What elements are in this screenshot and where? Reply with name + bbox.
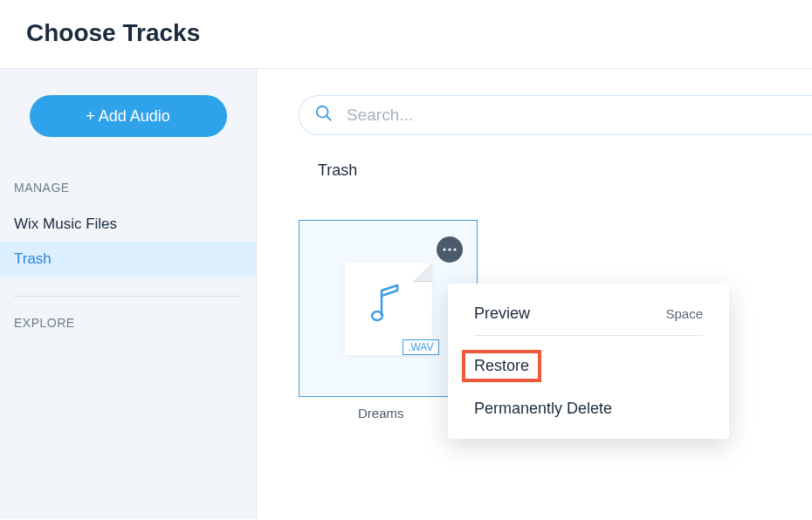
dots-horizontal-icon: [443, 248, 457, 251]
svg-point-0: [317, 106, 328, 118]
sidebar: + Add Audio MANAGE Wix Music Files Trash…: [0, 69, 257, 519]
add-audio-button[interactable]: + Add Audio: [30, 95, 227, 137]
search-input[interactable]: [299, 95, 812, 135]
menu-item-permanently-delete[interactable]: Permanently Delete: [448, 391, 729, 427]
file-extension-badge: .WAV: [403, 339, 438, 355]
sidebar-section-explore: EXPLORE: [0, 316, 256, 342]
menu-shortcut: Space: [665, 306, 703, 321]
svg-line-1: [327, 116, 332, 121]
svg-point-2: [443, 248, 445, 250]
sidebar-divider: [14, 296, 242, 297]
breadcrumb: Trash: [299, 153, 812, 220]
header: Choose Tracks: [0, 0, 812, 69]
context-menu: Preview Space Restore Permanently Delete: [448, 284, 729, 439]
menu-item-label: Preview: [474, 304, 530, 323]
music-note-icon: [369, 282, 404, 327]
svg-point-4: [453, 248, 456, 250]
search-wrap: [299, 95, 812, 135]
file-fold-corner-icon: [413, 263, 432, 282]
page-title: Choose Tracks: [26, 19, 786, 47]
svg-point-5: [372, 311, 382, 320]
menu-item-preview[interactable]: Preview Space: [474, 296, 703, 336]
menu-item-label: Permanently Delete: [474, 400, 612, 418]
sidebar-item-trash[interactable]: Trash: [0, 242, 256, 277]
restore-highlight: Restore: [462, 350, 541, 382]
more-options-button[interactable]: [437, 236, 463, 263]
sidebar-item-wix-music-files[interactable]: Wix Music Files: [0, 207, 256, 242]
search-icon: [314, 104, 334, 127]
svg-point-3: [448, 248, 451, 250]
menu-item-restore[interactable]: Restore: [448, 341, 729, 391]
sidebar-section-manage: MANAGE: [0, 181, 256, 207]
file-thumbnail: .WAV: [345, 263, 432, 355]
